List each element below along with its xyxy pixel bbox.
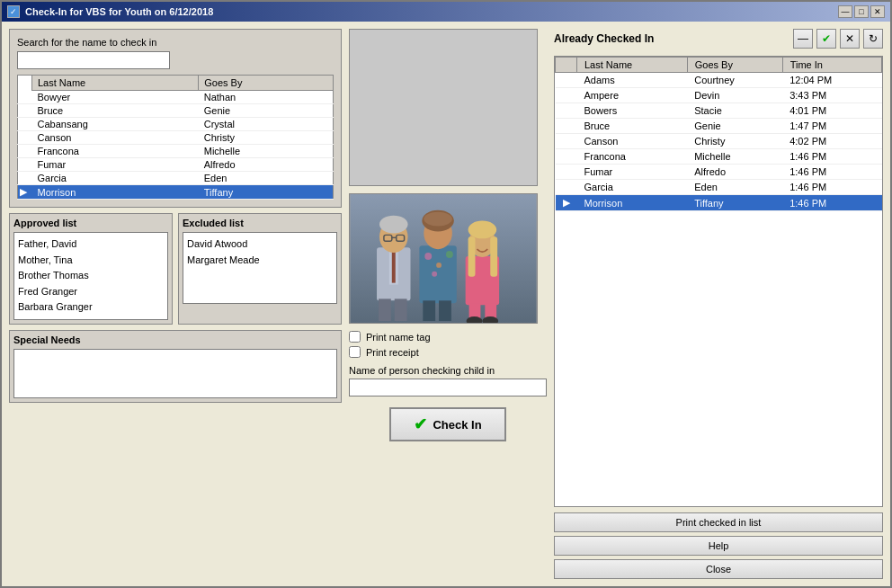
approved-list-item: Barbara Granger [18,299,164,316]
checked-goesby: Tiffany [687,195,782,211]
checked-lastname: Bowers [577,103,688,119]
name-table-row[interactable]: CabansangCrystal [18,118,334,131]
checked-row-arrow [556,88,577,103]
close-button[interactable]: ✕ [870,5,885,18]
row-arrow [18,104,32,118]
name-table-goesby: Genie [199,104,334,118]
svg-rect-3 [392,252,396,283]
checked-table-row[interactable]: AmpereDevin3:43 PM [556,88,882,103]
name-checker-input[interactable] [349,379,547,396]
refresh-icon-btn[interactable]: ↻ [863,29,883,49]
approved-list-content: Father, DavidMother, TinaBrother ThomasF… [13,232,168,320]
name-table: Last Name Goes By BowyerNathanBruceGenie… [17,75,334,200]
middle-panel: Print name tag Print receipt Name of per… [349,29,547,579]
print-nametag-checkbox[interactable] [349,331,361,343]
action-buttons: Print checked in list Help Close [554,512,883,579]
row-arrow [18,118,32,131]
checked-row-arrow [556,149,577,165]
svg-rect-24 [468,236,476,276]
row-arrow [18,131,32,145]
checked-table-row[interactable]: ▶MorrisonTiffany1:46 PM [556,195,882,211]
print-receipt-checkbox[interactable] [349,346,361,358]
close-button-main[interactable]: Close [554,559,883,579]
checked-lastname: Francona [577,149,688,165]
row-arrow [18,91,32,104]
special-needs-label: Special Needs [13,334,337,345]
checked-lastname: Bruce [577,119,688,134]
name-table-row[interactable]: CansonChristy [18,131,334,145]
name-table-row[interactable]: FumarAlfredo [18,158,334,172]
checked-row-arrow [556,119,577,134]
main-window: ✓ Check-In for VBS for Youth on 6/12/201… [0,0,892,588]
checkbox-row: Print name tag Print receipt [349,331,547,358]
special-needs-box[interactable] [13,349,337,398]
checked-lastname: Garcia [577,180,688,195]
excluded-list-box: Excluded list David AtwoodMargaret Meade [178,213,342,325]
name-table-lastname: Morrison [32,185,199,200]
checkin-icon: ✔ [414,414,427,434]
svg-rect-10 [395,298,407,321]
name-table-goesby: Nathan [199,91,334,104]
name-table-lastname: Bowyer [32,91,199,104]
approved-list-item: Father, David [18,236,164,253]
name-table-row[interactable]: ▶MorrisonTiffany [18,185,334,200]
excluded-list-item: David Atwood [187,236,333,253]
maximize-button[interactable]: □ [854,5,869,18]
name-checker-label: Name of person checking child in [349,365,547,376]
row-arrow [18,145,32,158]
checked-timein: 1:46 PM [782,195,881,211]
name-table-scroll[interactable]: Last Name Goes By BowyerNathanBruceGenie… [17,75,334,200]
svg-point-23 [468,221,497,239]
svg-point-18 [424,212,452,227]
checked-table-row[interactable]: AdamsCourtney12:04 PM [556,73,882,88]
checkin-button[interactable]: ✔ Check In [389,407,506,441]
checked-goesby: Stacie [687,103,782,119]
col-lastname: Last Name [32,76,199,91]
name-table-goesby: Tiffany [199,185,334,200]
checked-goesby-header: Goes By [687,58,782,73]
checked-row-arrow: ▶ [556,195,577,211]
checked-row-arrow [556,73,577,88]
name-table-row[interactable]: BruceGenie [18,104,334,118]
checkin-label: Check In [433,418,481,432]
search-section: Search for the name to check in Last Nam… [9,29,342,208]
checked-timein: 3:43 PM [782,88,881,103]
svg-point-5 [379,216,408,234]
checked-goesby: Alfredo [687,165,782,180]
minus-icon-btn[interactable]: — [793,29,813,49]
name-table-row[interactable]: BowyerNathan [18,91,334,104]
checked-row-arrow [556,165,577,180]
name-table-row[interactable]: FranconaMichelle [18,145,334,158]
svg-point-13 [436,263,442,268]
x-icon-btn[interactable]: ✕ [840,29,860,49]
checked-timein: 4:02 PM [782,134,881,149]
window-icon: ✓ [7,5,20,18]
main-content: Search for the name to check in Last Nam… [2,22,890,586]
help-button[interactable]: Help [554,536,883,556]
check-icon-btn[interactable]: ✔ [816,29,836,49]
name-table-lastname: Bruce [32,104,199,118]
checked-in-title: Already Checked In [554,32,654,45]
row-arrow [18,172,32,185]
checked-table-row[interactable]: CansonChristy4:02 PM [556,134,882,149]
approved-list-box: Approved list Father, DavidMother, TinaB… [9,213,173,325]
checked-table-row[interactable]: FranconaMichelle1:46 PM [556,149,882,165]
print-list-button[interactable]: Print checked in list [554,512,883,532]
arrow-col-header [556,58,577,73]
checked-table-row[interactable]: FumarAlfredo1:46 PM [556,165,882,180]
checked-table-row[interactable]: BruceGenie1:47 PM [556,119,882,134]
minimize-button[interactable]: — [838,5,852,18]
svg-point-15 [432,272,437,277]
checked-in-table-wrapper[interactable]: Last Name Goes By Time In AdamsCourtney1… [554,56,883,507]
checked-timein: 1:46 PM [782,180,881,195]
checked-lastname: Ampere [577,88,688,103]
svg-rect-9 [379,298,391,321]
svg-point-12 [424,253,432,260]
checked-table-row[interactable]: GarciaEden1:46 PM [556,180,882,195]
search-input[interactable] [17,51,170,69]
checked-table-row[interactable]: BowersStacie4:01 PM [556,103,882,119]
print-nametag-item: Print name tag [349,331,547,343]
header-icons: — ✔ ✕ ↻ [793,29,883,49]
name-table-row[interactable]: GarciaEden [18,172,334,185]
excluded-list-content: David AtwoodMargaret Meade [183,232,337,304]
